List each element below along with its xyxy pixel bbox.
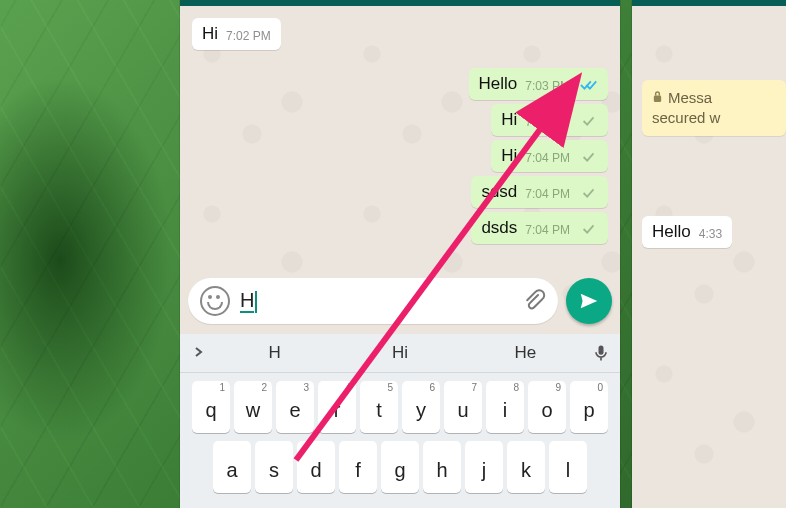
notice-text-1: Messa (668, 89, 712, 106)
message-out[interactable]: sdsd 7:04 PM (471, 176, 608, 208)
key-f[interactable]: f (339, 441, 377, 493)
encryption-notice: Messa secured w (642, 80, 786, 136)
message-out[interactable]: Hi 7:04 PM (491, 104, 608, 136)
message-out[interactable]: dsds 7:04 PM (471, 212, 608, 244)
key-y[interactable]: 6y (402, 381, 440, 433)
key-k[interactable]: k (507, 441, 545, 493)
message-input-text: H (240, 289, 522, 313)
message-text: dsds (481, 218, 517, 238)
svg-rect-1 (654, 96, 661, 102)
message-time: 7:02 PM (226, 29, 271, 43)
svg-rect-0 (598, 346, 603, 355)
message-in[interactable]: Hello 4:33 (642, 216, 732, 248)
key-l[interactable]: l (549, 441, 587, 493)
message-time: 7:03 PM (525, 79, 570, 93)
key-row-2: a s d f g h j k l (180, 441, 620, 493)
message-time: 7:04 PM (525, 223, 570, 237)
message-time: 4:33 (699, 227, 722, 241)
key-q[interactable]: 1q (192, 381, 230, 433)
message-text: Hello (479, 74, 518, 94)
key-i[interactable]: 8i (486, 381, 524, 433)
chat-background[interactable]: Hi 7:02 PM Hello 7:03 PM Hi 7:04 PM Hi (180, 6, 620, 508)
text-cursor (255, 291, 257, 313)
suggestion[interactable]: H (212, 343, 337, 363)
sent-tick-icon (580, 151, 598, 163)
key-t[interactable]: 5t (360, 381, 398, 433)
suggestion[interactable]: He (463, 343, 588, 363)
key-u[interactable]: 7u (444, 381, 482, 433)
key-a[interactable]: a (213, 441, 251, 493)
suggestion-row: H Hi He (180, 334, 620, 373)
chat-background[interactable]: Messa secured w Hello 4:33 (632, 6, 786, 508)
notice-text-2: secured w (652, 109, 720, 126)
lock-icon (652, 88, 663, 108)
mic-icon[interactable] (588, 343, 614, 363)
stage: Hi 7:02 PM Hello 7:03 PM Hi 7:04 PM Hi (0, 0, 786, 508)
read-ticks-icon (580, 79, 598, 91)
sent-tick-icon (580, 115, 598, 127)
key-j[interactable]: j (465, 441, 503, 493)
key-s[interactable]: s (255, 441, 293, 493)
attachment-icon[interactable] (522, 289, 546, 313)
message-time: 7:04 PM (525, 187, 570, 201)
notice-card: Messa secured w (642, 80, 786, 136)
sent-tick-icon (580, 187, 598, 199)
message-time: 7:04 PM (525, 115, 570, 129)
send-icon (578, 290, 600, 312)
key-h[interactable]: h (423, 441, 461, 493)
message-text: Hi (501, 146, 517, 166)
key-e[interactable]: 3e (276, 381, 314, 433)
sent-tick-icon (580, 223, 598, 235)
send-button[interactable] (566, 278, 612, 324)
expand-icon[interactable] (186, 344, 212, 362)
phone-main: Hi 7:02 PM Hello 7:03 PM Hi 7:04 PM Hi (180, 0, 620, 508)
key-r[interactable]: 4r (318, 381, 356, 433)
key-o[interactable]: 9o (528, 381, 566, 433)
message-in[interactable]: Hi 7:02 PM (192, 18, 281, 50)
message-input[interactable]: H (188, 278, 558, 324)
suggestion[interactable]: Hi (337, 343, 462, 363)
composer: H (188, 278, 612, 324)
phone-secondary: Messa secured w Hello 4:33 (632, 0, 786, 508)
keyboard: H Hi He 1q 2w 3e 4r 5t 6y 7u 8i 9o (180, 334, 620, 508)
message-out[interactable]: Hi 7:04 PM (491, 140, 608, 172)
message-text: Hi (202, 24, 218, 44)
message-text: Hi (501, 110, 517, 130)
message-out[interactable]: Hello 7:03 PM (469, 68, 608, 100)
key-g[interactable]: g (381, 441, 419, 493)
message-text: sdsd (481, 182, 517, 202)
key-w[interactable]: 2w (234, 381, 272, 433)
message-text: Hello (652, 222, 691, 242)
key-d[interactable]: d (297, 441, 335, 493)
key-row-1: 1q 2w 3e 4r 5t 6y 7u 8i 9o 0p (180, 381, 620, 433)
typed-text: H (240, 289, 254, 313)
message-time: 7:04 PM (525, 151, 570, 165)
emoji-icon[interactable] (200, 286, 230, 316)
key-p[interactable]: 0p (570, 381, 608, 433)
